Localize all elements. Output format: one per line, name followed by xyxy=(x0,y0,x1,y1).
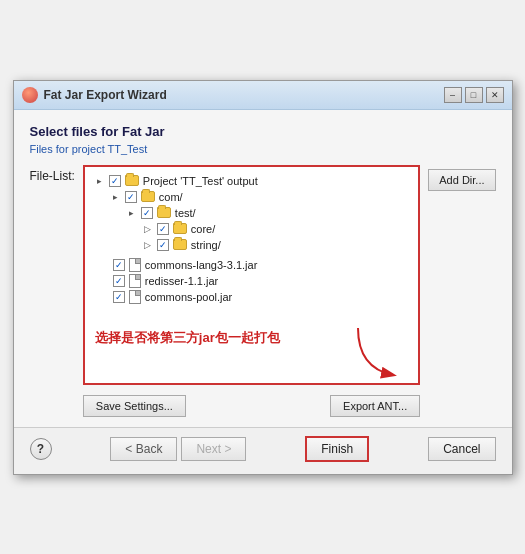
help-button[interactable]: ? xyxy=(30,438,52,460)
file-list-label: File-List: xyxy=(30,165,75,417)
finish-button[interactable]: Finish xyxy=(305,436,369,462)
item-label-6: commons-lang3-3.1.jar xyxy=(145,259,258,271)
title-bar: Fat Jar Export Wizard – □ ✕ xyxy=(14,81,512,110)
folder-icon-5 xyxy=(173,239,187,250)
annotation-arrow xyxy=(338,323,408,383)
expand-icon-5: ▷ xyxy=(141,238,155,252)
checkbox-6[interactable] xyxy=(113,259,125,271)
item-label-5: string/ xyxy=(191,239,221,251)
item-label-8: commons-pool.jar xyxy=(145,291,232,303)
window-title: Fat Jar Export Wizard xyxy=(44,88,167,102)
expand-icon-7 xyxy=(97,274,111,288)
tree-item-5[interactable]: ▷ string/ xyxy=(141,237,410,253)
title-bar-left: Fat Jar Export Wizard xyxy=(22,87,167,103)
dialog-title: Select files for Fat Jar xyxy=(30,124,496,139)
tree-item-4[interactable]: ▷ core/ xyxy=(141,221,410,237)
back-button[interactable]: < Back xyxy=(110,437,177,461)
checkbox-4[interactable] xyxy=(157,223,169,235)
folder-icon-4 xyxy=(173,223,187,234)
title-controls: – □ ✕ xyxy=(444,87,504,103)
folder-icon-3 xyxy=(157,207,171,218)
expand-icon-1: ▸ xyxy=(93,174,107,188)
item-label-3: test/ xyxy=(175,207,196,219)
add-dir-button[interactable]: Add Dir... xyxy=(428,169,495,191)
dialog-window: Fat Jar Export Wizard – □ ✕ Select files… xyxy=(13,80,513,475)
footer-nav-buttons: < Back Next > xyxy=(110,437,246,461)
tree-item-2[interactable]: ▸ com/ xyxy=(109,189,410,205)
tree-item-6[interactable]: commons-lang3-3.1.jar xyxy=(97,257,410,273)
next-button[interactable]: Next > xyxy=(181,437,246,461)
tree-box: ▸ Project 'TT_Test' output ▸ com/ xyxy=(83,165,420,385)
checkbox-5[interactable] xyxy=(157,239,169,251)
dialog-body: Select files for Fat Jar Files for proje… xyxy=(14,110,512,427)
checkbox-3[interactable] xyxy=(141,207,153,219)
dialog-footer: ? < Back Next > Finish Cancel xyxy=(14,427,512,474)
close-button[interactable]: ✕ xyxy=(486,87,504,103)
expand-icon-6 xyxy=(97,258,111,272)
app-icon xyxy=(22,87,38,103)
cancel-button[interactable]: Cancel xyxy=(428,437,495,461)
tree-item-8[interactable]: commons-pool.jar xyxy=(97,289,410,305)
checkbox-8[interactable] xyxy=(113,291,125,303)
dialog-subtitle: Files for project TT_Test xyxy=(30,143,496,155)
tree-item-3[interactable]: ▸ test/ xyxy=(125,205,410,221)
annotation-text: 选择是否将第三方jar包一起打包 xyxy=(95,329,280,347)
file-list-section: File-List: ▸ Project 'TT_Test' output ▸ xyxy=(30,165,496,417)
expand-icon-3: ▸ xyxy=(125,206,139,220)
export-ant-button[interactable]: Export ANT... xyxy=(330,395,420,417)
checkbox-7[interactable] xyxy=(113,275,125,287)
right-buttons: Add Dir... xyxy=(428,165,495,417)
save-settings-button[interactable]: Save Settings... xyxy=(83,395,186,417)
file-icon-6 xyxy=(129,258,141,272)
expand-icon-8 xyxy=(97,290,111,304)
item-label-4: core/ xyxy=(191,223,215,235)
item-label-2: com/ xyxy=(159,191,183,203)
file-list-container: ▸ Project 'TT_Test' output ▸ com/ xyxy=(83,165,420,417)
tree-item-1[interactable]: ▸ Project 'TT_Test' output xyxy=(93,173,410,189)
folder-icon-2 xyxy=(141,191,155,202)
item-label-7: redisser-1.1.jar xyxy=(145,275,218,287)
maximize-button[interactable]: □ xyxy=(465,87,483,103)
expand-icon-2: ▸ xyxy=(109,190,123,204)
minimize-button[interactable]: – xyxy=(444,87,462,103)
tree-item-7[interactable]: redisser-1.1.jar xyxy=(97,273,410,289)
save-export-row: Save Settings... Export ANT... xyxy=(83,395,420,417)
checkbox-2[interactable] xyxy=(125,191,137,203)
file-icon-7 xyxy=(129,274,141,288)
expand-icon-4: ▷ xyxy=(141,222,155,236)
file-icon-8 xyxy=(129,290,141,304)
item-label-1: Project 'TT_Test' output xyxy=(143,175,258,187)
folder-icon-1 xyxy=(125,175,139,186)
checkbox-1[interactable] xyxy=(109,175,121,187)
